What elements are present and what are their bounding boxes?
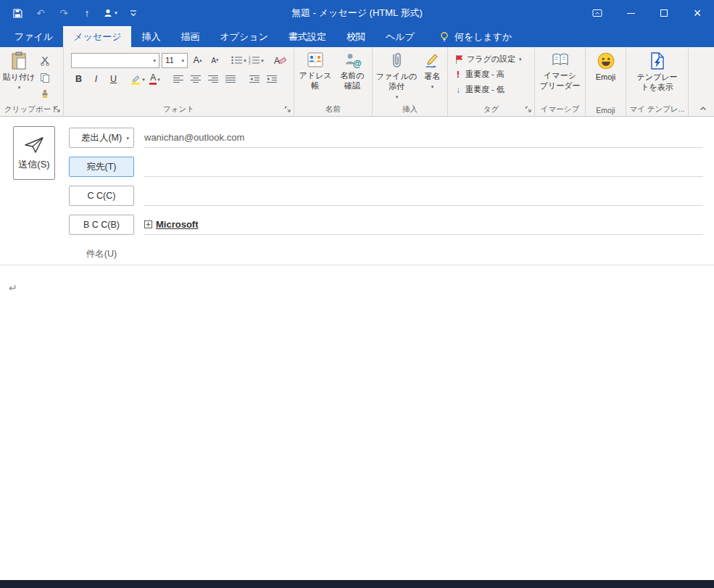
clipboard-icon — [11, 51, 27, 70]
group-label-text: マイ テンプレ... — [629, 104, 684, 113]
shrink-font-button[interactable]: A▾ — [207, 53, 223, 68]
maximize-button[interactable] — [647, 0, 681, 26]
svg-text:@: @ — [353, 59, 362, 69]
save-button[interactable] — [9, 4, 26, 22]
tab-insert[interactable]: 挿入 — [131, 26, 170, 47]
minimize-button[interactable] — [614, 0, 647, 26]
close-button[interactable]: × — [681, 0, 714, 26]
high-importance-button[interactable]: ! 重要度 - 高 — [454, 68, 533, 80]
bold-button[interactable]: B — [71, 72, 86, 87]
follow-up-flag-button[interactable]: フラグの設定 ▾ — [454, 53, 533, 65]
underline-button[interactable]: U — [106, 72, 121, 87]
bcc-recipient[interactable]: Microsoft — [144, 219, 199, 230]
align-center-button[interactable] — [188, 72, 204, 87]
attach-file-button[interactable]: ファイルの添付 ▾ — [374, 49, 419, 103]
message-body-editor[interactable]: ↵ — [0, 265, 714, 580]
increase-indent-button[interactable] — [265, 72, 280, 87]
tab-options[interactable]: オプション — [209, 26, 278, 47]
tell-me-box[interactable]: 何をしますか — [439, 26, 512, 47]
tab-label: 挿入 — [141, 30, 160, 44]
clear-formatting-button[interactable]: A — [273, 53, 288, 68]
highlight-button[interactable]: ▾ — [130, 72, 145, 87]
chevron-down-icon: ▾ — [157, 77, 160, 82]
bullets-button[interactable]: ▾ — [231, 53, 246, 68]
group-label-text: タグ — [483, 104, 499, 113]
tab-label: 描画 — [180, 30, 199, 44]
signature-icon — [424, 51, 440, 70]
user-icon — [103, 8, 113, 18]
customize-qat-button[interactable] — [125, 4, 142, 22]
check-names-button[interactable]: @ 名前の確認 — [335, 49, 370, 103]
clipboard-dialog-launcher[interactable] — [53, 105, 62, 114]
group-immersive: イマーシブリーダー イマーシブ — [535, 47, 586, 116]
signature-button[interactable]: 署名 ▾ — [419, 49, 445, 103]
cc-button[interactable]: C C(C) — [69, 186, 134, 206]
save-icon — [12, 8, 23, 19]
copy-button[interactable] — [36, 71, 54, 84]
from-field[interactable]: wanichan@outlook.com — [144, 128, 703, 148]
window-controls: × — [581, 0, 714, 26]
paste-button[interactable]: 貼り付け ▾ — [1, 49, 36, 103]
group-label-text: フォント — [163, 104, 194, 113]
tell-me-label: 何をしますか — [454, 30, 512, 44]
group-label-tags: タグ — [448, 104, 534, 115]
cut-button[interactable] — [36, 54, 54, 67]
grow-font-button[interactable]: A▴ — [190, 53, 205, 68]
font-name-combo[interactable]: ▾ — [71, 53, 159, 68]
align-left-button[interactable] — [171, 72, 186, 87]
to-field[interactable] — [144, 157, 703, 177]
tab-file[interactable]: ファイル — [4, 26, 63, 47]
address-book-button[interactable]: アドレス帳 — [296, 49, 335, 103]
ribbon-display-options-button[interactable] — [581, 0, 614, 26]
send-plane-icon — [23, 136, 45, 154]
redo-button[interactable]: ↷ — [55, 4, 72, 22]
numbering-button[interactable]: 123 ▾ — [249, 53, 264, 68]
italic-button[interactable]: I — [88, 72, 104, 87]
tab-review[interactable]: 校閲 — [336, 26, 375, 47]
bcc-field[interactable]: Microsoft — [144, 215, 703, 235]
low-importance-icon: ↓ — [454, 85, 462, 95]
from-button[interactable]: 差出人(M) ▾ — [69, 128, 134, 148]
tab-message[interactable]: メッセージ — [63, 26, 131, 47]
immersive-reader-button[interactable]: イマーシブリーダー — [539, 49, 582, 103]
collapse-ribbon-button[interactable] — [697, 104, 709, 113]
bcc-button[interactable]: B C C(B) — [69, 215, 134, 235]
dialog-launcher-icon — [525, 106, 532, 113]
check-names-label: 名前の確認 — [338, 71, 367, 91]
chevron-down-icon: ▾ — [115, 10, 117, 16]
undo-button[interactable]: ↶ — [32, 4, 49, 22]
cc-field[interactable] — [144, 186, 703, 206]
redo-icon: ↷ — [59, 7, 68, 19]
tab-draw[interactable]: 描画 — [170, 26, 209, 47]
titlebar: ↶ ↷ ↑ ▾ 無題 - メッセージ (HTML 形式) × — [0, 0, 714, 26]
highlighter-icon — [130, 73, 141, 85]
font-size-combo[interactable]: 11 ▾ — [162, 53, 188, 68]
font-dialog-launcher[interactable] — [283, 105, 292, 114]
tab-format-text[interactable]: 書式設定 — [278, 26, 336, 47]
align-right-icon — [208, 75, 219, 83]
chevron-down-icon: ▾ — [431, 84, 434, 89]
send-button[interactable]: 送信(S) — [13, 126, 55, 180]
to-button[interactable]: 宛先(T) — [69, 157, 134, 177]
align-right-button[interactable] — [206, 72, 221, 87]
low-importance-button[interactable]: ↓ 重要度 - 低 — [454, 83, 533, 96]
decrease-indent-button[interactable] — [247, 72, 262, 87]
dialog-launcher-icon — [54, 106, 61, 113]
format-painter-button[interactable] — [36, 88, 54, 101]
clear-formatting-icon: A — [274, 55, 286, 65]
emoji-label: Emoji — [596, 73, 616, 83]
underline-label: U — [110, 74, 117, 84]
user-button[interactable]: ▾ — [101, 4, 119, 22]
view-templates-button[interactable]: テンプレートを表示 — [634, 49, 681, 103]
tab-help[interactable]: ヘルプ — [375, 26, 425, 47]
undo-icon: ↶ — [36, 7, 45, 19]
font-color-button[interactable]: A ▾ — [147, 72, 162, 87]
subject-field[interactable] — [144, 244, 703, 264]
immersive-reader-icon — [551, 51, 570, 69]
emoji-button[interactable]: Emoji — [589, 49, 623, 103]
tags-dialog-launcher[interactable] — [524, 105, 533, 114]
group-label-my-templates: マイ テンプレ... — [626, 104, 688, 115]
svg-text:3: 3 — [249, 62, 251, 65]
justify-button[interactable] — [223, 72, 238, 87]
up-arrow-button[interactable]: ↑ — [78, 4, 96, 22]
